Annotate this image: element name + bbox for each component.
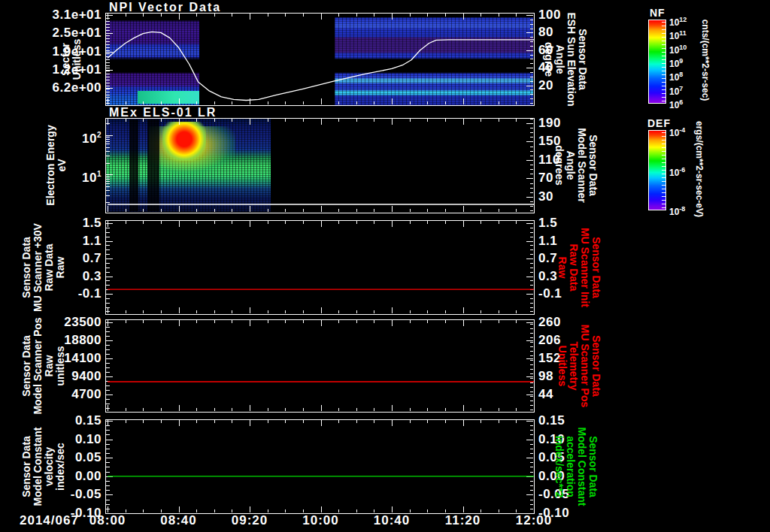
colorbar-tick-label: 108 [669,69,683,80]
colorbar-unit-label: ergs/(cm**2-sr-sec-eV) [694,101,705,237]
colorbar-tick-label: 106 [669,97,683,107]
axis-label-left-panel2: Electron EnergyeV [45,109,68,222]
colorbar-nf-title: NF [650,7,665,19]
axis-label-left-panel1: SectorUnitless [60,3,83,116]
colorbar-nf-gradient [648,20,666,104]
colorbar-tick-label: 10-4 [669,125,685,135]
colorbar-def-title: DEF [647,117,671,129]
axis-label-left-panel4: Sensor DataModel Scanner PosRawunitless [21,310,66,422]
colorbar-tick-label: 1010 [669,42,687,53]
time-tick-label: 11:20 [433,513,493,528]
colorbar-tick-label: 1012 [669,14,687,25]
axis-label-left-panel5: Sensor DataModel Constantvelocityindex/s… [21,410,66,523]
colorbar-def-gradient [648,130,666,210]
axis-label-right-panel1: Sensor DataESH Sun ElevationAngledegree [543,3,588,116]
time-tick-label: 10:00 [291,513,351,528]
plot-page: NPI Vector Data MEx ELS-01 LR 2014/067 N… [0,0,770,532]
time-tick-label: 09:20 [220,513,280,528]
panel-frame [106,320,535,413]
colorbar-tick-label: 109 [669,56,683,66]
panel-frame [106,14,535,106]
time-tick-label: 08:40 [149,513,209,528]
time-tick-label: 10:40 [362,513,422,528]
axis-label-right-panel4: Sensor DataMU Scanner PosTelemetryUnitle… [556,310,602,422]
colorbar-tick-label: 107 [669,83,683,94]
colorbar-tick-label: 10-8 [669,204,685,214]
axis-label-right-panel5: Sensor DataModel Constantaccelerationind… [553,410,599,523]
panel-frame [106,420,535,514]
panel-frame [106,221,535,315]
time-tick-label: 12:00 [504,513,564,528]
series-esh-sun-elevation-angle [108,32,534,100]
time-tick-label: 08:00 [77,513,138,528]
panel1-title: NPI Vector Data [109,1,221,14]
colorbar-tick-label: 1011 [669,28,687,38]
panel-frame [106,119,535,213]
colorbar-tick-label: 10-6 [669,165,685,175]
axis-label-right-panel2: Sensor DataModel ScannerAngledegrees [553,109,599,222]
panel2-title: MEx ELS-01 LR [109,106,217,119]
axis-label-left-panel3: Sensor DataMU Scanner +30VRaw DataRaw [21,211,66,324]
axis-label-right-panel3: Sensor DataMU Scanner InitRaw DataRaw [556,211,602,324]
